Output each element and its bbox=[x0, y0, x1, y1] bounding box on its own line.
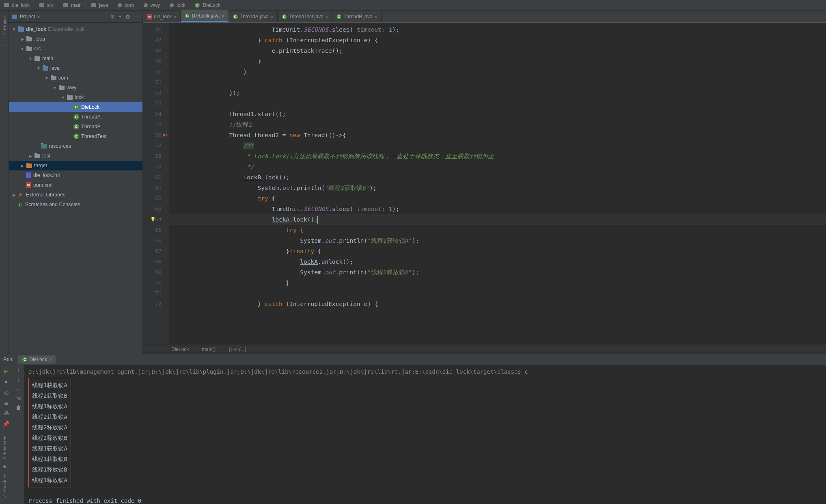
code-line[interactable] bbox=[169, 77, 826, 88]
breadcrumb[interactable]: die_lock 〉 src 〉 main 〉 java 〉 com 〉 wwy… bbox=[4, 2, 220, 9]
code-line[interactable]: } bbox=[169, 278, 826, 288]
tree-item-threada[interactable]: C ThreadA bbox=[9, 112, 142, 122]
code-line[interactable]: //线程2 bbox=[169, 119, 826, 130]
clear-button[interactable]: 🗑 bbox=[16, 405, 21, 411]
tree-item-target[interactable]: ▶ target bbox=[9, 161, 142, 170]
down-button[interactable]: ↓ bbox=[17, 377, 20, 383]
dump-button[interactable]: ◎ bbox=[2, 388, 10, 396]
tree-item-dielock[interactable]: C DieLock bbox=[9, 102, 142, 112]
output-line: 线程1获取锁A bbox=[32, 443, 67, 454]
tree-item-com[interactable]: ▼ com bbox=[9, 73, 142, 83]
trail-item[interactable]: main() bbox=[202, 347, 216, 352]
code-line[interactable]: } bbox=[169, 56, 826, 67]
tree-item-idea[interactable]: ▶ .idea bbox=[9, 34, 142, 44]
tree-item-pom[interactable]: m pom.xml bbox=[9, 180, 142, 190]
console-output[interactable]: D:\jdk\jre\lib\management-agent.jar;D:\j… bbox=[24, 365, 826, 504]
exit-line: Process finished with exit code 0 bbox=[28, 495, 822, 504]
code-line[interactable] bbox=[169, 98, 826, 109]
tree-item-java[interactable]: ▼ java bbox=[9, 63, 142, 73]
editor-tab[interactable]: CDieLock.java× bbox=[181, 10, 229, 22]
folder-icon bbox=[39, 3, 44, 7]
stop-button[interactable]: ■ bbox=[2, 378, 10, 385]
close-icon[interactable]: × bbox=[326, 14, 328, 19]
code-line[interactable]: try { bbox=[169, 193, 826, 204]
trail-item[interactable]: () -> {...} bbox=[229, 347, 246, 352]
target-icon[interactable]: ⊕ bbox=[110, 14, 114, 19]
gear-icon[interactable]: ✿ bbox=[125, 13, 130, 20]
code-line[interactable]: TimeUnit.SECONDS.sleep( timeout: 1); bbox=[169, 204, 826, 214]
editor-tab[interactable]: CThreadA.java× bbox=[229, 11, 278, 22]
rerun-button[interactable]: ▶ bbox=[2, 367, 10, 375]
editor-breadcrumb[interactable]: DieLock 〉 main() 〉 () -> {...} bbox=[143, 344, 826, 354]
up-button[interactable]: ↑ bbox=[17, 367, 20, 373]
structure-strip-tab[interactable]: 7: Structure bbox=[2, 474, 7, 498]
tree-item-iml[interactable]: die_lock.iml bbox=[9, 170, 142, 180]
crumb[interactable]: main bbox=[71, 2, 82, 8]
close-icon[interactable]: × bbox=[222, 13, 224, 18]
aim-icon[interactable]: ÷ bbox=[119, 14, 121, 19]
crumb[interactable]: src bbox=[47, 2, 54, 8]
crumb[interactable]: die_lock bbox=[12, 2, 30, 8]
code-line[interactable]: System.out.println("线程2释放锁A"); bbox=[169, 267, 826, 278]
minimize-icon[interactable]: — bbox=[134, 14, 139, 19]
code-line[interactable]: } catch (InterruptedException e) { bbox=[169, 299, 826, 309]
tab-label: ThreadTest.java bbox=[289, 14, 323, 19]
run-tab[interactable]: C DieLock × bbox=[18, 355, 56, 364]
project-strip-tab[interactable]: 1: Project bbox=[2, 16, 7, 35]
editor-tab[interactable]: CThreadTest.java× bbox=[278, 11, 332, 22]
tool-strip-icon[interactable] bbox=[2, 40, 7, 45]
tree-item-main[interactable]: ▼ main bbox=[9, 54, 142, 63]
editor-tab[interactable]: mdie_lock× bbox=[143, 11, 181, 22]
class-icon: C bbox=[22, 357, 27, 362]
favorites-strip-tab[interactable]: 2: Favorites bbox=[2, 436, 7, 459]
tree-item-test[interactable]: ▶ test bbox=[9, 151, 142, 161]
code-line[interactable]: Thread thread2 = new Thread(()->{ bbox=[169, 130, 826, 140]
tree-item-external[interactable]: ▶⊪ External Libraries bbox=[9, 190, 142, 200]
layout-button[interactable]: ≣ bbox=[2, 399, 10, 406]
code-line[interactable]: System.out.println("线程2获取锁B"); bbox=[169, 183, 826, 193]
tree-item-threadtest[interactable]: C ThreadTest bbox=[9, 131, 142, 141]
code-editor[interactable]: 4647484950515253545556●↑5758596061626364… bbox=[143, 23, 826, 344]
scroll-button[interactable]: ⇲ bbox=[16, 395, 21, 401]
code-line[interactable]: } bbox=[169, 67, 826, 77]
close-icon[interactable]: × bbox=[174, 14, 176, 19]
code-line[interactable]: } catch (InterruptedException e) { bbox=[169, 35, 826, 45]
code-line[interactable]: System.out.println("线程2获取锁A"); bbox=[169, 235, 826, 246]
close-icon[interactable]: × bbox=[375, 14, 377, 19]
crumb[interactable]: DieLock bbox=[203, 2, 220, 8]
tree-item-wwy[interactable]: ▼ wwy bbox=[9, 83, 142, 93]
tree-item-lock[interactable]: ▼ lock bbox=[9, 93, 142, 102]
code-line[interactable]: /** bbox=[169, 140, 826, 151]
code-line[interactable]: e.printStackTrace(); bbox=[169, 45, 826, 56]
code-line[interactable]: */ bbox=[169, 162, 826, 172]
code-line[interactable]: }finally { bbox=[169, 246, 826, 256]
code-line[interactable]: }); bbox=[169, 88, 826, 98]
code-line[interactable]: thread1.start(); bbox=[169, 109, 826, 119]
code-line[interactable]: lockA.unlock(); bbox=[169, 256, 826, 267]
trail-item[interactable]: DieLock bbox=[171, 347, 189, 352]
tree-item-scratches[interactable]: ◐ Scratches and Consoles bbox=[9, 200, 142, 209]
code-line[interactable]: try { bbox=[169, 225, 826, 235]
project-title[interactable]: Project bbox=[20, 14, 35, 19]
print-button[interactable]: 🖶 bbox=[2, 409, 10, 417]
tree-item-resources[interactable]: resources bbox=[9, 141, 142, 151]
crumb[interactable]: lock bbox=[177, 2, 185, 8]
code-body[interactable]: TimeUnit.SECONDS.sleep( timeout: 1); } c… bbox=[169, 23, 826, 344]
code-line[interactable] bbox=[169, 288, 826, 299]
pin-button[interactable]: 📌 bbox=[2, 420, 10, 427]
code-line[interactable]: * Lock.Lock()方法如果获取不到锁则禁用该线程，一直处于休眠状态，直至… bbox=[169, 151, 826, 162]
soft-wrap-button[interactable]: ≡ bbox=[17, 386, 20, 392]
tree-root[interactable]: ▼ die_lock E:\csdn\die_lock bbox=[9, 24, 142, 34]
code-line[interactable]: lockA.lock(); bbox=[169, 214, 826, 225]
editor-tab[interactable]: CThreadB.java× bbox=[332, 11, 382, 22]
close-icon[interactable]: × bbox=[49, 357, 52, 362]
code-line[interactable]: TimeUnit.SECONDS.sleep( timeout: 1); bbox=[169, 24, 826, 35]
crumb[interactable]: com bbox=[125, 2, 134, 8]
code-line[interactable]: lockB.lock(); bbox=[169, 172, 826, 183]
tree-item-threadb[interactable]: C ThreadB bbox=[9, 122, 142, 131]
crumb[interactable]: java bbox=[99, 2, 108, 8]
project-tree[interactable]: ▼ die_lock E:\csdn\die_lock ▶ .idea ▼ sr… bbox=[9, 23, 142, 354]
tree-item-src[interactable]: ▼ src bbox=[9, 44, 142, 54]
close-icon[interactable]: × bbox=[271, 14, 273, 19]
crumb[interactable]: wwy bbox=[151, 2, 160, 8]
